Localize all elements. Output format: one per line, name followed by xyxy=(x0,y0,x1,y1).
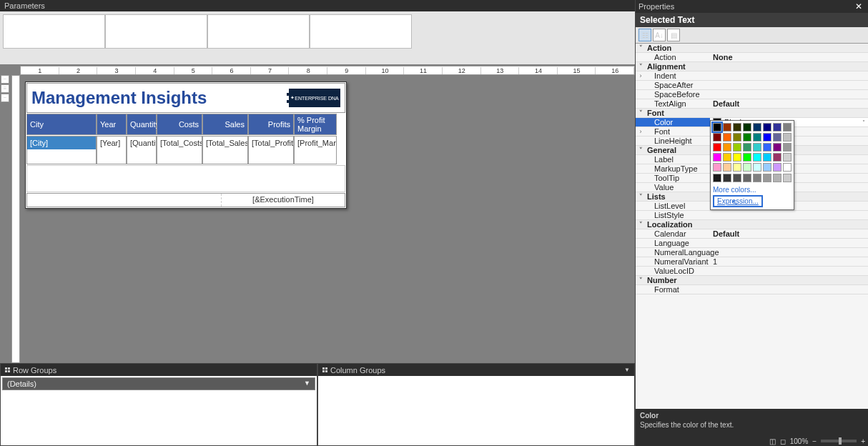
color-swatch[interactable] xyxy=(733,174,741,182)
report-body[interactable]: Management Insights ✦ ENTERPRISE DNA Cit… xyxy=(25,81,347,209)
expression-link[interactable]: Expression... ↖ xyxy=(713,195,763,207)
color-swatch[interactable] xyxy=(743,143,751,152)
dropdown-arrow-icon[interactable]: ▼ xyxy=(304,380,310,388)
color-swatch[interactable] xyxy=(763,153,771,162)
color-swatch[interactable] xyxy=(783,133,791,142)
color-swatch[interactable] xyxy=(773,143,781,152)
alphabetical-view-button[interactable]: A↓ xyxy=(653,29,666,41)
color-swatch[interactable] xyxy=(723,153,731,162)
exec-time-field[interactable]: [&ExecutionTime] xyxy=(222,194,345,207)
color-swatch[interactable] xyxy=(723,123,731,132)
cell-profits[interactable]: [Total_Profits] xyxy=(249,137,293,149)
expand-icon[interactable]: ˅ xyxy=(636,109,646,117)
cell-sales[interactable]: [Total_Sales] xyxy=(203,137,247,149)
color-swatch[interactable] xyxy=(733,123,741,132)
more-colors-link[interactable]: More colors... xyxy=(713,184,791,195)
color-swatch[interactable] xyxy=(753,163,761,172)
color-swatch[interactable] xyxy=(743,123,751,132)
col-header-costs[interactable]: Costs xyxy=(157,114,202,134)
color-swatch[interactable] xyxy=(783,143,791,152)
color-swatch[interactable] xyxy=(753,133,761,142)
color-swatch[interactable] xyxy=(723,133,731,142)
cell-year[interactable]: [Year] xyxy=(97,137,126,149)
color-swatch[interactable] xyxy=(743,163,751,172)
design-surface[interactable]: 1 2 3 4 5 6 7 8 9 10 11 12 13 14 15 16 −… xyxy=(0,64,635,363)
color-swatch[interactable] xyxy=(773,123,781,132)
color-swatch[interactable] xyxy=(763,133,771,142)
col-header-quantity[interactable]: Quantity xyxy=(127,114,156,134)
cell-costs[interactable]: [Total_Costs] xyxy=(157,137,202,149)
zoom-out-button[interactable]: − xyxy=(812,437,817,445)
color-swatch[interactable] xyxy=(783,163,791,172)
color-swatch[interactable] xyxy=(713,133,721,142)
property-pages-button[interactable]: ▤ xyxy=(667,29,680,41)
categorized-view-button[interactable]: ☷ xyxy=(638,29,651,41)
row-group-details[interactable]: (Details) ▼ xyxy=(2,377,315,390)
row-groups-body[interactable]: (Details) ▼ xyxy=(1,376,317,445)
param-cell[interactable] xyxy=(310,14,412,49)
color-swatch[interactable] xyxy=(723,174,731,182)
expand-icon[interactable]: ˅ xyxy=(636,277,646,284)
color-swatch[interactable] xyxy=(783,153,791,162)
param-cell[interactable] xyxy=(3,14,105,49)
color-swatch[interactable] xyxy=(773,133,781,142)
close-icon[interactable]: ✕ xyxy=(852,1,865,11)
expand-icon[interactable]: ˅ xyxy=(636,44,646,51)
color-swatch[interactable] xyxy=(763,163,771,172)
color-swatch[interactable] xyxy=(753,123,761,132)
color-swatch[interactable] xyxy=(713,163,721,172)
col-header-profits[interactable]: Profits xyxy=(249,114,293,134)
collapse-section-button[interactable]: − xyxy=(1,75,9,84)
color-swatch[interactable] xyxy=(753,143,761,152)
logo-badge[interactable]: ✦ ENTERPRISE DNA xyxy=(287,89,340,107)
color-swatch[interactable] xyxy=(733,153,741,162)
color-swatch[interactable] xyxy=(733,163,741,172)
cell-margin[interactable]: [Profit_Margin] xyxy=(295,137,336,149)
dropdown-arrow-icon[interactable]: ˅ xyxy=(862,119,865,126)
expand-icon[interactable]: ˅ xyxy=(636,63,646,70)
param-cell[interactable] xyxy=(207,14,310,49)
color-swatch[interactable] xyxy=(713,174,721,182)
fit-page-icon[interactable]: ◻ xyxy=(780,437,786,445)
color-swatch[interactable] xyxy=(713,143,721,152)
dropdown-arrow-icon[interactable]: ▼ xyxy=(624,367,630,373)
col-header-sales[interactable]: Sales xyxy=(203,114,247,134)
expand-icon[interactable]: ˅ xyxy=(636,221,646,228)
col-header-margin[interactable]: % Profit Margin xyxy=(295,114,336,134)
fit-width-icon[interactable]: ◫ xyxy=(769,437,776,445)
cell-quantity[interactable]: [Quantity] xyxy=(127,137,156,149)
color-swatch[interactable] xyxy=(743,133,751,142)
color-swatch[interactable] xyxy=(743,174,751,182)
color-swatch[interactable] xyxy=(713,153,721,162)
color-swatch[interactable] xyxy=(773,163,781,172)
zoom-in-button[interactable]: + xyxy=(861,437,865,445)
color-swatch[interactable] xyxy=(773,153,781,162)
color-swatch[interactable] xyxy=(763,143,771,152)
zoom-slider[interactable] xyxy=(821,440,857,442)
cell-city[interactable]: [City] xyxy=(27,137,96,149)
color-swatch[interactable] xyxy=(753,174,761,182)
color-swatch[interactable] xyxy=(733,143,741,152)
row-handle-button[interactable]: ≡ xyxy=(1,84,9,93)
color-swatch[interactable] xyxy=(743,153,751,162)
report-title[interactable]: Management Insights xyxy=(31,88,287,108)
col-header-city[interactable]: City xyxy=(27,114,96,134)
collapse-section-button[interactable]: − xyxy=(1,94,9,102)
expand-icon[interactable]: › xyxy=(636,72,646,79)
color-swatch[interactable] xyxy=(733,133,741,142)
column-groups-body[interactable] xyxy=(318,376,634,445)
color-swatch[interactable] xyxy=(763,174,771,182)
expand-icon[interactable]: ˅ xyxy=(636,147,646,154)
expand-icon[interactable]: › xyxy=(636,128,646,135)
color-swatch[interactable] xyxy=(783,174,791,182)
param-cell[interactable] xyxy=(105,14,207,49)
color-swatch[interactable] xyxy=(773,174,781,182)
col-header-year[interactable]: Year xyxy=(97,114,126,134)
expand-icon[interactable]: ˅ xyxy=(636,193,646,200)
color-swatch[interactable] xyxy=(723,143,731,152)
properties-grid[interactable]: ˅Action ActionNone ˅Alignment ›Indent Sp… xyxy=(636,44,868,409)
color-swatch[interactable] xyxy=(763,123,771,132)
color-swatch[interactable] xyxy=(713,123,721,132)
color-swatch[interactable] xyxy=(783,123,791,132)
color-swatch[interactable] xyxy=(753,153,761,162)
